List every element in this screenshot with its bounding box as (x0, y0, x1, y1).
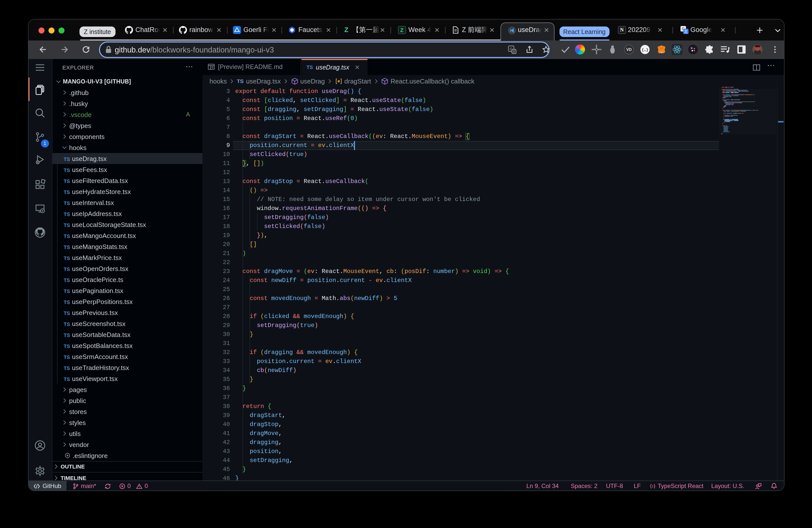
svg-text:{…}: {…} (642, 48, 648, 52)
svg-text:VD: VD (626, 47, 632, 52)
svg-text:文: 文 (684, 29, 687, 33)
svg-text:文: 文 (512, 49, 515, 53)
